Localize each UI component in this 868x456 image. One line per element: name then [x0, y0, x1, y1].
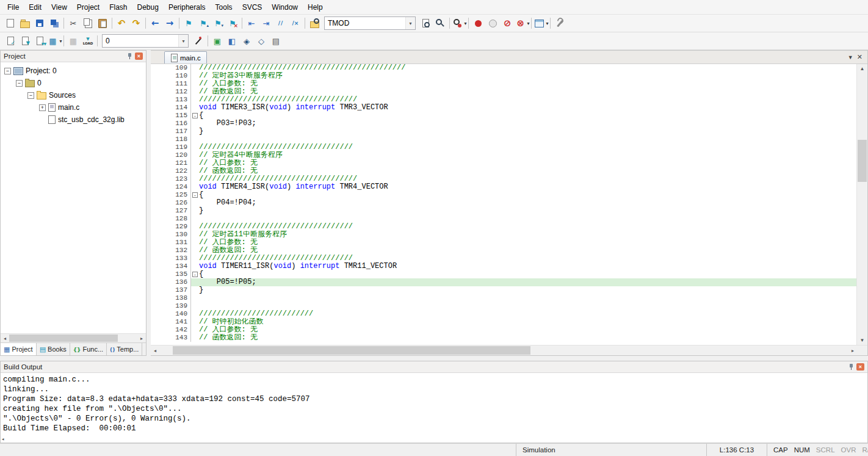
- breakpoint-gutter[interactable]: [151, 310, 170, 318]
- collapse-icon[interactable]: −: [16, 80, 23, 87]
- breakpoint-gutter[interactable]: [151, 128, 170, 136]
- configure-button[interactable]: [552, 16, 567, 31]
- expand-icon[interactable]: +: [39, 104, 46, 111]
- code-line-130[interactable]: 130// 定时器11中断服务程序: [151, 231, 856, 239]
- dropdown-caret-icon[interactable]: ▾: [527, 21, 530, 26]
- code-line-124[interactable]: 124void TIMER4_ISR(void) interrupt TMR4_…: [151, 183, 856, 191]
- panel-tab-temp[interactable]: Temp...: [107, 343, 142, 355]
- build-button[interactable]: [18, 34, 32, 48]
- scroll-left-icon[interactable]: ◂: [1, 436, 4, 443]
- collapse-icon[interactable]: −: [4, 68, 11, 74]
- breakpoint-gutter[interactable]: [151, 88, 170, 96]
- pin-icon[interactable]: [847, 363, 855, 371]
- breakpoint-gutter[interactable]: [151, 120, 170, 128]
- document-list-icon[interactable]: ▼: [848, 54, 853, 60]
- menu-tools[interactable]: Tools: [211, 1, 237, 13]
- dropdown-arrow-icon[interactable]: ▾: [178, 35, 188, 47]
- close-icon[interactable]: ×: [135, 52, 143, 60]
- download-button[interactable]: [81, 34, 95, 48]
- unindent-button[interactable]: [244, 16, 259, 31]
- paste-button[interactable]: [95, 16, 110, 31]
- indent-button[interactable]: [259, 16, 273, 31]
- menu-file[interactable]: File: [2, 1, 24, 13]
- tree-item-stc-usb-cdc-32g-lib[interactable]: stc_usb_cdc_32g.lib: [1, 114, 146, 126]
- collapse-icon[interactable]: −: [27, 92, 34, 99]
- tree-item-0[interactable]: −0: [1, 77, 146, 89]
- code-line-127[interactable]: 127}: [151, 207, 856, 215]
- tree-item-main-c[interactable]: +main.c: [1, 101, 146, 114]
- breakpoint-gutter[interactable]: [151, 223, 170, 231]
- breakpoint-toggle-button[interactable]: [471, 16, 485, 31]
- dropdown-arrow-icon[interactable]: ▾: [405, 17, 415, 29]
- menu-debug[interactable]: Debug: [132, 1, 164, 13]
- code-line-128[interactable]: 128: [151, 215, 856, 223]
- cut-button[interactable]: [66, 16, 81, 31]
- code-line-112[interactable]: 112// 函数返回: 无: [151, 88, 856, 96]
- save-button[interactable]: [32, 16, 47, 31]
- open-folder-button[interactable]: [18, 16, 32, 31]
- tree-item-project-0[interactable]: −Project: 0: [1, 65, 146, 77]
- find-combo-value[interactable]: TMOD: [325, 19, 405, 27]
- dropdown-caret-icon[interactable]: ▾: [465, 21, 467, 26]
- tab-main-c[interactable]: main.c: [164, 51, 207, 63]
- code-line-139[interactable]: 139: [151, 302, 856, 310]
- code-line-137[interactable]: 137}: [151, 286, 856, 294]
- breakpoint-gutter[interactable]: [151, 112, 170, 120]
- scrollbar-thumb[interactable]: [9, 335, 118, 342]
- copy-button[interactable]: [81, 16, 95, 31]
- scroll-right-icon[interactable]: ▸: [848, 346, 857, 355]
- code-line-132[interactable]: 132// 函数返回: 无: [151, 247, 856, 255]
- bookmark-next-button[interactable]: [211, 16, 225, 31]
- comment-button[interactable]: [273, 16, 288, 31]
- code-line-126[interactable]: 126 P04=!P04;: [151, 199, 856, 207]
- uncomment-button[interactable]: [288, 16, 303, 31]
- code-line-129[interactable]: 129///////////////////////////////////: [151, 223, 856, 231]
- scroll-up-icon[interactable]: ▲: [857, 64, 867, 73]
- breakpoint-gutter[interactable]: [151, 207, 170, 215]
- breakpoint-gutter[interactable]: [151, 80, 170, 88]
- scroll-left-icon[interactable]: ◂: [151, 346, 159, 355]
- menu-help[interactable]: Help: [303, 1, 328, 13]
- breakpoint-gutter[interactable]: [151, 159, 170, 167]
- bookmark-toggle-button[interactable]: [181, 16, 196, 31]
- breakpoint-gutter[interactable]: [151, 175, 170, 183]
- menu-window[interactable]: Window: [267, 1, 303, 13]
- code-line-117[interactable]: 117}: [151, 128, 856, 136]
- batch-build-button[interactable]: ▾: [47, 34, 62, 48]
- code-line-110[interactable]: 110// 定时器3中断服务程序: [151, 72, 856, 80]
- fold-collapse-icon[interactable]: -: [192, 113, 198, 118]
- panel-tab-func[interactable]: Func...: [70, 343, 107, 355]
- code-line-133[interactable]: 133///////////////////////////////////: [151, 255, 856, 262]
- panel-tab-books[interactable]: Books: [37, 343, 70, 355]
- redo-button[interactable]: [129, 16, 143, 31]
- search-options-button[interactable]: ▾: [452, 16, 466, 31]
- breakpoint-gutter[interactable]: [151, 318, 170, 326]
- code-line-115[interactable]: 115-{: [151, 112, 856, 120]
- breakpoint-gutter[interactable]: [151, 167, 170, 175]
- breakpoint-gutter[interactable]: [151, 183, 170, 191]
- breakpoint-gutter[interactable]: [151, 136, 170, 143]
- breakpoint-gutter[interactable]: [151, 326, 170, 334]
- fold-collapse-icon[interactable]: -: [192, 272, 198, 277]
- breakpoint-kill-all-button[interactable]: ▾: [515, 16, 529, 31]
- code-line-125[interactable]: 125-{: [151, 191, 856, 199]
- editor-hscrollbar[interactable]: ◂ ▸: [151, 345, 867, 355]
- books-environment-button[interactable]: [225, 34, 239, 48]
- breakpoint-gutter[interactable]: [151, 278, 170, 286]
- code-line-140[interactable]: 140//////////////////////////: [151, 310, 856, 318]
- code-editor[interactable]: 109/////////////////////////////////////…: [151, 64, 856, 345]
- code-line-141[interactable]: 141// 时钟初始化函数: [151, 318, 856, 326]
- stop-build-button[interactable]: [66, 34, 81, 48]
- new-file-button[interactable]: [3, 16, 18, 31]
- device-database-button[interactable]: [254, 34, 269, 48]
- code-line-131[interactable]: 131// 入口参数: 无: [151, 239, 856, 247]
- breakpoint-gutter[interactable]: [151, 239, 170, 247]
- scroll-right-icon[interactable]: ▸: [137, 334, 146, 342]
- code-line-114[interactable]: 114void TIMER3_ISR(void) interrupt TMR3_…: [151, 104, 856, 112]
- rebuild-button[interactable]: [32, 34, 47, 48]
- breakpoint-gutter[interactable]: [151, 96, 170, 104]
- pin-icon[interactable]: [126, 52, 133, 60]
- target-combo-value[interactable]: 0: [103, 37, 178, 45]
- breakpoint-gutter[interactable]: [151, 286, 170, 294]
- target-options-button[interactable]: [191, 34, 206, 48]
